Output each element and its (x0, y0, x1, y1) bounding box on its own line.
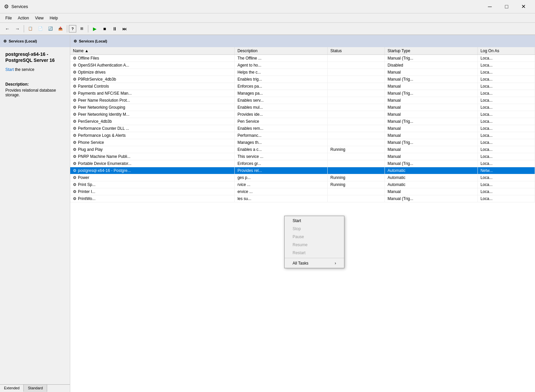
service-logon-cell: Loca... (477, 118, 535, 125)
service-startup-cell: Manual (385, 83, 478, 90)
pause-button[interactable]: ⏸ (110, 24, 119, 33)
service-name-cell: ⚙ PenService_4db3b (70, 118, 235, 125)
properties-list-button[interactable]: 📄 (36, 24, 45, 33)
forward-button[interactable]: → (13, 24, 22, 33)
gear-icon: ⚙ (73, 98, 77, 103)
col-header-description[interactable]: Description (235, 47, 328, 55)
col-header-logon[interactable]: Log On As (477, 47, 535, 55)
service-status-cell (328, 132, 385, 139)
service-startup-cell: Manual (Trig... (385, 195, 478, 202)
service-logon-cell: Loca... (477, 195, 535, 202)
service-startup-cell: Manual (385, 153, 478, 160)
service-startup-cell: Manual (Trig... (385, 139, 478, 146)
service-name-cell: ⚙ Peer Name Resolution Prot... (70, 97, 235, 104)
context-menu-stop[interactable]: Stop (285, 225, 344, 233)
service-startup-cell: Manual (Trig... (385, 90, 478, 97)
service-logon-cell: Loca... (477, 153, 535, 160)
table-row[interactable]: ⚙ P9RdrService_4db3bEnables trig...Manua… (70, 76, 535, 83)
service-name-cell: ⚙ Peer Networking Identity M... (70, 111, 235, 118)
service-startup-cell: Manual (385, 146, 478, 153)
close-button[interactable]: ✕ (516, 2, 531, 12)
back-button[interactable]: ← (3, 24, 12, 33)
context-menu-pause[interactable]: Pause (285, 233, 344, 241)
service-status-cell: Running (328, 174, 385, 181)
refresh-button[interactable]: 🔄 (46, 24, 55, 33)
help-button[interactable]: ? (69, 25, 76, 32)
table-row[interactable]: ⚙ Plug and PlayEnables a c...RunningManu… (70, 146, 535, 153)
service-startup-cell: Disabled (385, 62, 478, 69)
service-desc-cell: Manages pa... (235, 90, 328, 97)
table-row[interactable]: ⚙ Peer Networking Identity M...Provides … (70, 111, 535, 118)
table-row[interactable]: ⚙ Phone ServiceManages th...Manual (Trig… (70, 139, 535, 146)
col-header-name[interactable]: Name ▲ (70, 47, 235, 55)
menu-action[interactable]: Action (15, 15, 31, 21)
content-title: Services (Local) (79, 39, 107, 43)
gear-icon: ⚙ (73, 140, 77, 145)
table-row[interactable]: ⚙ Offline FilesThe Offline ...Manual (Tr… (70, 55, 535, 62)
table-row[interactable]: ⚙ Powerges p...RunningAutomaticLoca... (70, 174, 535, 181)
show-console-button[interactable]: 📋 (26, 24, 35, 33)
table-row[interactable]: ⚙ Printer I...ervice ...ManualLoca... (70, 188, 535, 195)
menu-help[interactable]: Help (47, 15, 61, 21)
table-row[interactable]: ⚙ Payments and NFC/SE Man...Manages pa..… (70, 90, 535, 97)
content-header: ⚙ Services (Local) (70, 35, 535, 47)
start-service-link[interactable]: Start (5, 67, 14, 72)
sidebar-desc-text: Provides relational database storage. (5, 88, 65, 97)
properties-button[interactable]: ⊞ (77, 24, 86, 33)
tab-standard[interactable]: Standard (24, 385, 47, 392)
service-status-cell (328, 55, 385, 62)
table-row[interactable]: ⚙ Performance Logs & AlertsPerformanc...… (70, 132, 535, 139)
gear-icon: ⚙ (73, 182, 77, 187)
service-desc-cell: Enforces pa... (235, 83, 328, 90)
tab-extended[interactable]: Extended (0, 385, 24, 392)
table-row[interactable]: ⚙ Peer Networking GroupingEnables mul...… (70, 104, 535, 111)
table-row[interactable]: ⚙ Optimize drivesHelps the c...ManualLoc… (70, 69, 535, 76)
gear-icon: ⚙ (73, 189, 77, 194)
table-row[interactable]: ⚙ postgresql-x64-16 - Postgre...Provides… (70, 167, 535, 174)
stop-button[interactable]: ■ (100, 24, 109, 33)
table-row[interactable]: ⚙ PNRP Machine Name Publi...This service… (70, 153, 535, 160)
app-icon: ⚙ (4, 3, 9, 10)
service-desc-cell: Agent to ho... (235, 62, 328, 69)
table-row[interactable]: ⚙ PenService_4db3bPen ServiceManual (Tri… (70, 118, 535, 125)
menu-file[interactable]: File (3, 15, 14, 21)
context-menu-restart[interactable]: Restart (285, 249, 344, 257)
service-logon-cell: Loca... (477, 139, 535, 146)
col-header-startup[interactable]: Startup Type (385, 47, 478, 55)
title-bar-left: ⚙ Services (4, 3, 28, 10)
table-row[interactable]: ⚙ PrintWo...les su...Manual (Trig...Loca… (70, 195, 535, 202)
minimize-button[interactable]: ─ (482, 2, 498, 12)
maximize-button[interactable]: □ (499, 2, 514, 12)
gear-icon: ⚙ (73, 119, 77, 124)
service-desc-cell: rvice ... (235, 181, 328, 188)
service-status-cell (328, 90, 385, 97)
menu-view[interactable]: View (32, 15, 46, 21)
table-row[interactable]: ⚙ Print Sp...rvice ...RunningAutomaticLo… (70, 181, 535, 188)
service-logon-cell: Loca... (477, 55, 535, 62)
resume-button[interactable]: ⏭ (120, 24, 129, 33)
service-logon-cell: Loca... (477, 90, 535, 97)
context-menu: Start Stop Pause Resume Restart All Task… (284, 216, 344, 268)
table-row[interactable]: ⚙ Parental ControlsEnforces pa...ManualL… (70, 83, 535, 90)
gear-icon: ⚙ (73, 84, 77, 89)
context-menu-all-tasks[interactable]: All Tasks › (285, 259, 344, 267)
table-row[interactable]: ⚙ Peer Name Resolution Prot...Enables se… (70, 97, 535, 104)
service-logon-cell: Loca... (477, 132, 535, 139)
service-desc-cell: The Offline ... (235, 55, 328, 62)
table-row[interactable]: ⚙ OpenSSH Authentication A...Agent to ho… (70, 62, 535, 69)
service-logon-cell: Loca... (477, 111, 535, 118)
service-status-cell (328, 160, 385, 167)
table-row[interactable]: ⚙ Portable Device Enumerator...Enforces … (70, 160, 535, 167)
context-menu-start[interactable]: Start (285, 217, 344, 225)
service-name-cell: ⚙ Print Sp... (70, 181, 235, 188)
col-header-status[interactable]: Status (328, 47, 385, 55)
table-row[interactable]: ⚙ Performance Counter DLL ...Enables rem… (70, 125, 535, 132)
toolbar: ← → 📋 📄 🔄 📤 ? ⊞ ▶ ■ ⏸ ⏭ (0, 23, 535, 35)
service-startup-cell: Manual (385, 104, 478, 111)
app-title: Services (11, 4, 28, 9)
context-menu-resume[interactable]: Resume (285, 241, 344, 249)
gear-icon: ⚙ (73, 154, 77, 159)
export-button[interactable]: 📤 (56, 24, 65, 33)
service-startup-cell: Manual (385, 97, 478, 104)
play-button[interactable]: ▶ (90, 24, 99, 33)
